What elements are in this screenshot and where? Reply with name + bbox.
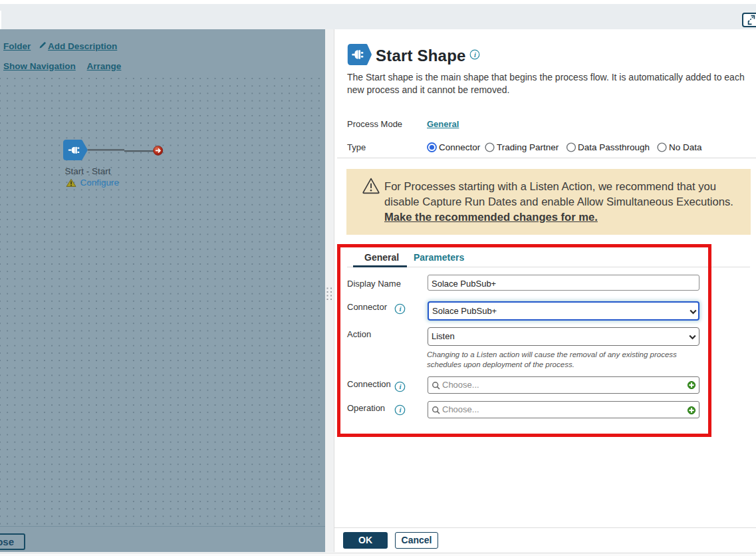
svg-text:i: i	[474, 51, 476, 59]
